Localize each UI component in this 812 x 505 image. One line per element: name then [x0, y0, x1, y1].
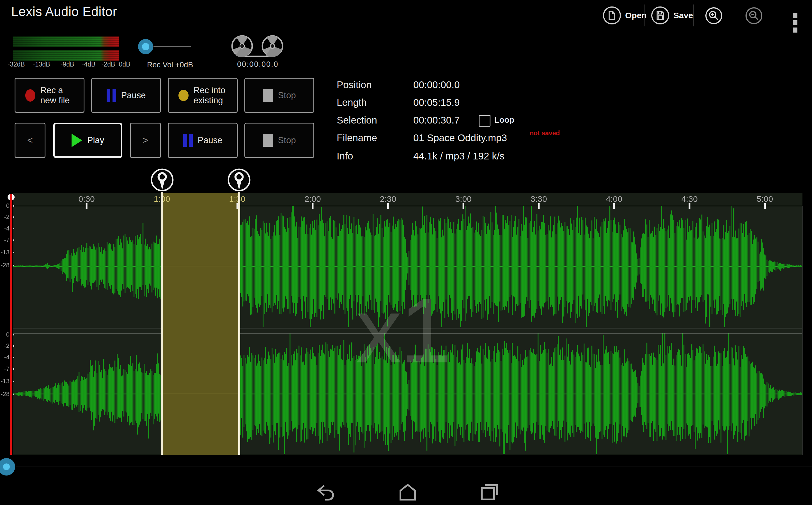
rec-into-existing-label: Rec into existing	[194, 86, 227, 105]
rec-stop-button[interactable]: Stop	[244, 78, 314, 113]
db-scale-label: -7	[0, 236, 10, 244]
position-label: Position	[337, 79, 413, 91]
info-row: Info 44.1k / mp3 / 192 k/s	[337, 149, 617, 163]
rec-pause-button[interactable]: Pause	[91, 78, 161, 113]
timeline-label: 5:00	[748, 194, 782, 204]
zoom-out-icon	[745, 7, 763, 25]
db-scale-label: -2	[0, 213, 10, 221]
header-separator	[693, 4, 694, 26]
rec-pause-label: Pause	[121, 91, 146, 101]
db-scale-label: -28	[0, 262, 10, 269]
position-value: 00:00:00.0	[413, 79, 460, 91]
zoom-out-button[interactable]	[745, 7, 763, 25]
info-value: 44.1k / mp3 / 192 k/s	[413, 150, 505, 162]
length-value: 00:05:15.9	[413, 97, 460, 108]
rec-vol-thumb[interactable]	[138, 39, 153, 54]
play-pause-button[interactable]: Pause	[168, 123, 238, 158]
play-icon	[71, 134, 82, 147]
rec-vol-track[interactable]	[154, 46, 191, 47]
db-scale-label: -13	[0, 377, 10, 385]
app-title: Lexis Audio Editor	[11, 4, 117, 19]
waveform-scroll-track[interactable]	[16, 467, 812, 467]
db-scale-label: -13	[0, 249, 10, 256]
lexis-audio-editor-screen: Lexis Audio Editor Open Save	[0, 0, 812, 505]
selection-end-line[interactable]	[238, 192, 240, 455]
play-pause-label: Pause	[198, 135, 223, 145]
recents-button[interactable]	[480, 484, 499, 501]
selection-label: Selection	[337, 115, 413, 126]
seek-prev-button[interactable]: <	[15, 123, 45, 158]
save-button[interactable]: Save	[650, 6, 693, 25]
meter-scale-label: -13dB	[33, 61, 50, 68]
rec-vol-thumb-center	[142, 43, 149, 50]
rec-stop-label: Stop	[278, 91, 296, 101]
loop-checkbox[interactable]	[479, 115, 491, 127]
back-button[interactable]	[316, 485, 335, 501]
timeline-label: 2:30	[371, 194, 405, 204]
position-row: Position 00:00:00.0	[337, 78, 617, 92]
recents-icon	[480, 484, 499, 501]
selection-start-line[interactable]	[161, 192, 163, 455]
meter-scale-label: 0dB	[119, 61, 130, 68]
open-button[interactable]: Open	[602, 6, 647, 25]
db-scale-label: -2	[0, 342, 10, 349]
selection-value: 00:00:30.7	[413, 115, 460, 126]
timeline-label: 1:30	[221, 194, 254, 204]
filename-row: Filename 01 Space Oddity.mp3	[337, 131, 617, 145]
rec-new-file-label: Rec a new file	[40, 86, 74, 105]
selection-row: Selection 00:00:30.7	[337, 114, 617, 127]
zoom-in-icon	[705, 7, 723, 25]
selection-start-marker[interactable]	[150, 168, 174, 192]
seek-next-button[interactable]: >	[130, 123, 161, 158]
selection-end-marker[interactable]	[227, 168, 251, 192]
scroll-thumb-center	[3, 464, 10, 470]
db-scale-label: 0	[0, 331, 10, 338]
rec-into-existing-button[interactable]: Rec into existing	[168, 78, 238, 113]
play-stop-button[interactable]: Stop	[244, 123, 314, 158]
rec-new-file-button[interactable]: Rec a new file	[15, 78, 84, 113]
prev-icon: <	[27, 135, 33, 146]
record-icon	[25, 89, 35, 102]
home-icon	[398, 483, 417, 501]
play-button[interactable]: Play	[53, 123, 122, 158]
open-icon	[602, 6, 622, 25]
record-into-icon	[179, 90, 189, 101]
play-stop-label: Stop	[278, 135, 296, 145]
filename-value: 01 Space Oddity.mp3	[413, 132, 507, 143]
playhead[interactable]	[10, 194, 12, 455]
level-meter-bar-left	[13, 36, 119, 47]
timeline-label: 3:00	[447, 194, 480, 204]
pause-icon	[183, 134, 193, 147]
db-scale-label: -4	[0, 225, 10, 232]
rec-vol-label: Rec Vol +0dB	[147, 61, 193, 69]
timeline-label: 4:30	[672, 194, 706, 204]
db-scale-label: -4	[0, 354, 10, 361]
home-button[interactable]	[398, 483, 417, 501]
save-button-label: Save	[673, 11, 693, 20]
db-scale-label: 0	[0, 202, 10, 209]
timeline-label: 3:30	[522, 194, 556, 204]
meter-scale-label: -9dB	[61, 61, 74, 68]
tape-counter: 00:00.00.0	[237, 60, 279, 69]
zoom-in-button[interactable]	[705, 7, 723, 25]
tape-reels-icon	[230, 34, 286, 60]
next-icon: >	[143, 135, 149, 146]
level-meter-bar-right	[13, 50, 119, 61]
meter-scale-label: -32dB	[8, 61, 25, 68]
meter-scale-label: -2dB	[101, 61, 115, 68]
overflow-menu-icon[interactable]	[793, 13, 797, 32]
timeline-label: 4:00	[597, 194, 631, 204]
stop-icon	[263, 134, 273, 147]
stop-icon	[263, 89, 273, 102]
db-scale-label: -7	[0, 365, 10, 372]
save-icon	[650, 6, 670, 25]
waveform-scroll-thumb[interactable]	[0, 458, 15, 476]
meter-scale-label: -4dB	[82, 61, 96, 68]
length-row: Length 00:05:15.9	[337, 96, 617, 109]
open-button-label: Open	[625, 11, 647, 20]
play-label: Play	[87, 135, 104, 145]
length-label: Length	[337, 97, 413, 108]
timeline-label: 2:00	[296, 194, 329, 204]
filename-label: Filename	[337, 132, 413, 143]
header-separator	[644, 4, 645, 26]
